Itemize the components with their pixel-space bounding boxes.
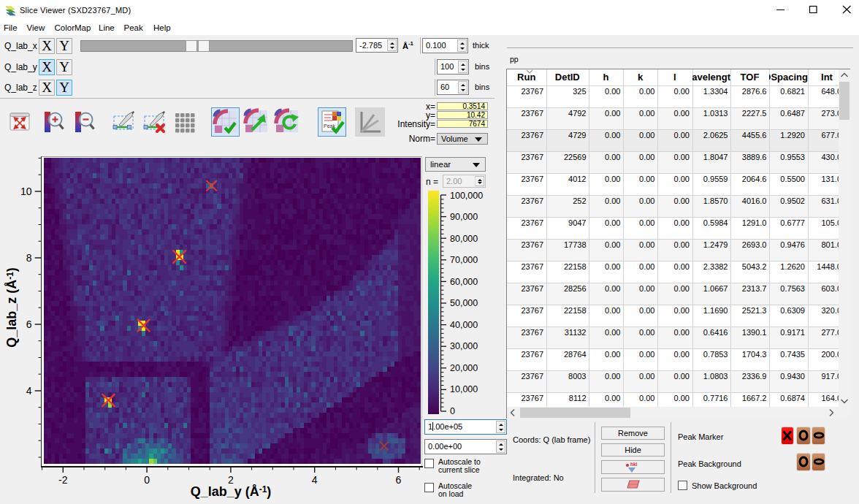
svg-text:60,000: 60,000	[450, 277, 478, 287]
svg-text:80,000: 80,000	[450, 234, 478, 244]
svg-text:6: 6	[396, 474, 402, 486]
svg-text:8: 8	[26, 252, 32, 264]
svg-text:6: 6	[26, 318, 32, 330]
svg-text:40,000: 40,000	[450, 320, 478, 330]
svg-text:100,000: 100,000	[450, 191, 483, 201]
svg-text:0: 0	[450, 406, 455, 416]
svg-text:90,000: 90,000	[450, 212, 478, 222]
svg-text:0: 0	[144, 474, 150, 486]
svg-text:4: 4	[26, 385, 32, 397]
svg-text:20,000: 20,000	[450, 363, 478, 373]
svg-text:hkl: hkl	[630, 462, 638, 467]
svg-text:10,000: 10,000	[450, 384, 478, 394]
svg-text:50,000: 50,000	[450, 298, 478, 308]
svg-text:30,000: 30,000	[450, 341, 478, 351]
svg-text:-2: -2	[58, 474, 68, 486]
svg-text:Q_lab_y (Å-1): Q_lab_y (Å-1)	[191, 484, 272, 499]
svg-text:Q_lab_z (Å-1): Q_lab_z (Å-1)	[4, 267, 19, 348]
svg-text:10: 10	[20, 186, 32, 197]
svg-text:4: 4	[312, 474, 318, 486]
svg-text:70,000: 70,000	[450, 255, 478, 265]
